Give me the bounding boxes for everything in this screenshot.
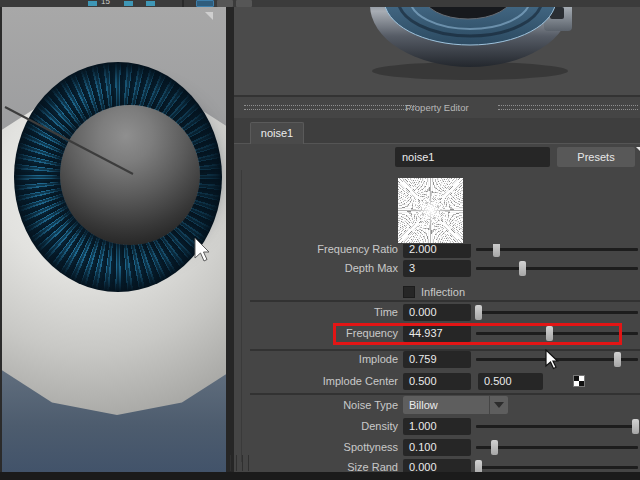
row-time: Time 0.000 [0, 304, 640, 321]
maya-window: 15 [0, 0, 640, 480]
mouse-cursor-panel [545, 349, 560, 371]
bottom-edge-bar [0, 472, 640, 480]
attr-label: Noise Type [240, 396, 398, 414]
toolbar-icon[interactable] [146, 1, 155, 6]
attr-label: Implode Center [240, 373, 398, 390]
attr-slider-track[interactable] [476, 425, 638, 428]
property-editor-tabbar: noise1 [234, 118, 640, 144]
attr-field[interactable]: 0.500 [403, 373, 471, 390]
toolbar-button-active[interactable] [196, 0, 214, 7]
attr-field[interactable]: 3 [403, 260, 471, 277]
texture-map-button[interactable] [573, 375, 585, 387]
row-implode-center: Implode Center 0.500 0.500 [0, 373, 640, 390]
attr-field-2[interactable]: 0.500 [478, 373, 543, 390]
attr-field[interactable]: 1.000 [403, 418, 471, 435]
panel-title: Property Editor [234, 100, 640, 115]
attr-field[interactable]: 2.000 [403, 244, 471, 258]
attr-slider-track[interactable] [476, 267, 638, 270]
attr-slider-handle[interactable] [614, 352, 621, 367]
section-separator [250, 393, 640, 395]
attr-slider-handle[interactable] [475, 460, 482, 472]
attr-label: Frequency Ratio [240, 244, 398, 258]
toolbar-divider [182, 0, 184, 7]
attr-slider-track[interactable] [476, 466, 638, 469]
inflection-checkbox[interactable] [403, 286, 415, 298]
attr-slider-track[interactable] [476, 248, 638, 251]
attr-label: Density [240, 418, 398, 435]
attr-label: Size Rand [240, 459, 398, 472]
row-inflection: Inflection [0, 285, 640, 300]
attr-label: Spottyness [240, 439, 398, 456]
attr-field[interactable]: 0.100 [403, 439, 471, 456]
attr-label: Depth Max [240, 260, 398, 277]
row-size-rand: Size Rand 0.000 [0, 459, 640, 472]
presets-button[interactable]: Presets [557, 147, 635, 167]
row-depth-max: Depth Max 3 [0, 260, 640, 277]
attr-label: Time [240, 304, 398, 321]
row-density: Density 1.000 [0, 418, 640, 435]
frequency-highlight-box [333, 323, 622, 345]
attr-slider-handle[interactable] [519, 261, 526, 276]
frame-number-fragment: 15 [101, 0, 110, 6]
attr-slider-handle[interactable] [475, 305, 482, 320]
noise-type-dropdown[interactable]: Billow [403, 396, 489, 414]
attr-slider-track[interactable] [476, 311, 638, 314]
tab-noise1[interactable]: noise1 [250, 122, 304, 144]
toolbar-icon[interactable] [88, 1, 97, 6]
checkbox-label: Inflection [421, 285, 465, 300]
attr-slider-track[interactable] [476, 446, 638, 449]
attr-slider-handle[interactable] [493, 244, 500, 257]
attr-slider-handle[interactable] [632, 419, 639, 434]
property-editor-header[interactable]: Property Editor [234, 100, 640, 116]
attr-label: Implode [240, 351, 398, 368]
noise-sample-swatch[interactable] [398, 178, 463, 243]
panel-expand-icon[interactable] [636, 147, 640, 153]
section-separator [250, 300, 640, 302]
toolbar-button[interactable] [217, 0, 233, 7]
toolbar-icon[interactable] [124, 1, 133, 6]
row-noise-type: Noise Type Billow [0, 396, 640, 414]
rendered-lens-object [234, 7, 640, 97]
row-frequency-ratio: Frequency Ratio 2.000 [0, 244, 640, 258]
render-view[interactable] [234, 7, 640, 97]
node-name-field[interactable]: noise1 [395, 147, 550, 167]
attr-field[interactable]: 0.000 [403, 459, 471, 472]
attr-field[interactable]: 0.759 [403, 351, 471, 368]
attr-slider-handle[interactable] [491, 440, 498, 455]
status-line-strip: 15 [0, 0, 640, 7]
attr-field[interactable]: 0.000 [403, 304, 471, 321]
attribute-rows-area: Frequency Ratio 2.000 Depth Max 3 Inflec… [0, 244, 640, 472]
dropdown-arrow-icon[interactable] [490, 396, 508, 414]
row-spottyness: Spottyness 0.100 [0, 439, 640, 456]
toolbar-button[interactable] [236, 0, 252, 7]
row-implode: Implode 0.759 [0, 351, 640, 368]
